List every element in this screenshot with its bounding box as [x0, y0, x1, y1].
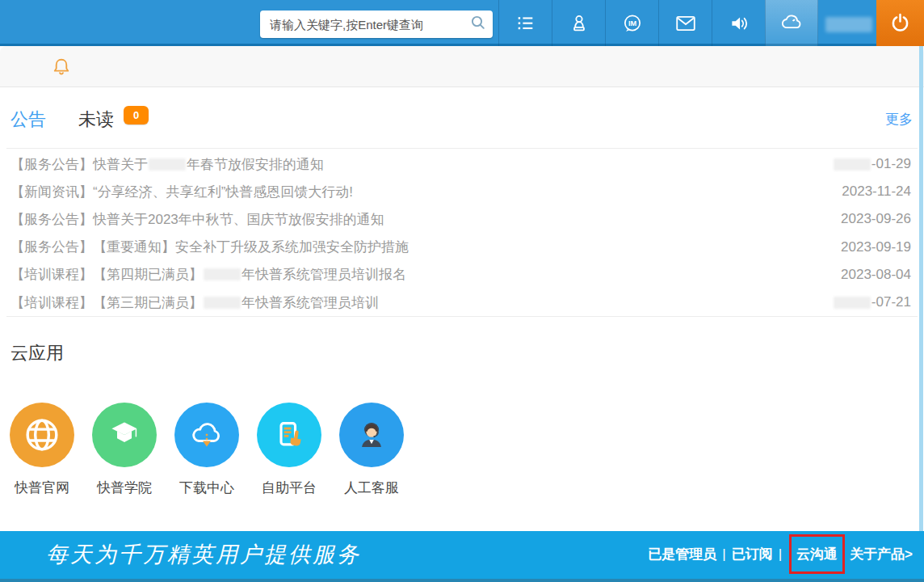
power-icon [889, 12, 911, 34]
announcement-list: 【服务公告】快普关于年春节放假安排的通知 -01-29 【新闻资讯】“分享经济、… [0, 149, 924, 316]
tab-announcements[interactable]: 公告 [10, 108, 46, 132]
announcement-date: -07-21 [833, 294, 911, 310]
redacted-text [204, 297, 241, 309]
tab-unread[interactable]: 未读 [78, 108, 114, 132]
app-tile-self-service[interactable]: 自助平台 [257, 403, 321, 497]
annotation-highlight-box: 云沟通 [789, 534, 845, 574]
notification-strip [0, 46, 924, 87]
announcement-date: 2023-09-26 [841, 211, 911, 227]
contact-icon [568, 12, 590, 35]
graduation-cap-icon [92, 403, 157, 467]
footer-separator: | [722, 546, 725, 563]
announcement-row[interactable]: 【服务公告】快普关于年春节放假安排的通知 -01-29 [0, 150, 924, 178]
footer-link-cloud-communication[interactable]: 云沟通 [796, 545, 838, 563]
menu-list-button[interactable] [498, 0, 552, 46]
toolbar-icon-group: IM [498, 0, 818, 46]
cloud-apps-row: 快普官网 快普学院 下载中心 [0, 403, 924, 497]
announcement-text: 【服务公告】【重要通知】安全补丁升级及系统加强安全防护措施 [10, 238, 409, 256]
cloud-apps-title: 云应用 [10, 341, 924, 365]
announcement-text: 【培训课程】【第四期已满员】 [10, 265, 203, 284]
footer-link-subscribed[interactable]: 已订阅 [732, 545, 773, 563]
announcement-date: 2023-08-04 [841, 267, 911, 283]
announcement-row[interactable]: 【培训课程】【第三期已满员】年快普系统管理员培训 -07-21 [0, 289, 924, 316]
app-label: 人工客服 [339, 479, 404, 497]
speaker-button[interactable] [712, 0, 765, 46]
main-panel: 公告 未读 0 更多 【服务公告】快普关于年春节放假安排的通知 -01-29 【… [0, 87, 924, 531]
bell-icon[interactable] [51, 57, 72, 81]
announcement-row[interactable]: 【新闻资讯】“分享经济、共享红利”快普感恩回馈大行动! 2023-11-24 [0, 178, 924, 205]
announcement-row[interactable]: 【服务公告】快普关于2023年中秋节、国庆节放假安排的通知 2023-09-26 [0, 205, 924, 233]
search-icon[interactable] [470, 15, 486, 34]
announcement-text: 年快普系统管理员培训 [242, 293, 379, 312]
mail-icon [674, 12, 697, 35]
announcement-text: 年春节放假安排的通知 [187, 155, 324, 174]
footer-slogan: 每天为千万精英用户提供服务 [46, 540, 361, 569]
announcement-text: 【新闻资讯】“分享经济、共享红利”快普感恩回馈大行动! [10, 183, 353, 201]
redacted-username [825, 17, 872, 32]
redacted-text [149, 158, 186, 171]
more-link[interactable]: 更多 [885, 110, 913, 129]
menu-list-icon [514, 12, 536, 34]
customer-service-icon [339, 403, 404, 467]
announcement-text: 年快普系统管理员培训报名 [242, 265, 406, 284]
speaker-icon [728, 12, 750, 35]
unread-count-badge: 0 [124, 106, 149, 124]
cloud-icon [779, 11, 804, 36]
svg-text:IM: IM [628, 19, 636, 27]
app-label: 下载中心 [174, 479, 239, 497]
cloud-download-icon [174, 403, 239, 467]
globe-icon [10, 403, 74, 467]
search-input[interactable] [268, 17, 470, 32]
footer-links: 已是管理员 | 已订阅 | 云沟通 关于产品> [648, 534, 913, 574]
footer-bar: 每天为千万精英用户提供服务 已是管理员 | 已订阅 | 云沟通 关于产品> [0, 531, 924, 582]
contact-button[interactable] [552, 0, 605, 46]
top-toolbar: IM [0, 0, 924, 46]
announcement-row[interactable]: 【培训课程】【第四期已满员】年快普系统管理员培训报名 2023-08-04 [0, 261, 924, 289]
announcement-date: 2023-09-19 [841, 239, 911, 255]
footer-separator: | [779, 546, 782, 563]
scrollbar[interactable] [919, 46, 923, 531]
footer-link-admin[interactable]: 已是管理员 [648, 545, 716, 563]
app-tile-official-site[interactable]: 快普官网 [10, 403, 74, 497]
mail-button[interactable] [658, 0, 712, 46]
redacted-text [204, 268, 241, 280]
announcement-text: 【培训课程】【第三期已满员】 [10, 293, 203, 312]
announcement-date: -01-29 [833, 156, 911, 172]
logout-power-button[interactable] [876, 0, 924, 46]
search-box[interactable] [260, 11, 493, 38]
im-icon: IM [621, 12, 644, 35]
announcements-header: 公告 未读 0 更多 [0, 87, 924, 148]
announcement-text: 【服务公告】快普关于2023年中秋节、国庆节放假安排的通知 [10, 210, 384, 229]
im-button[interactable]: IM [605, 0, 658, 46]
app-tile-customer-service[interactable]: 人工客服 [339, 403, 404, 497]
app-label: 快普官网 [10, 479, 74, 497]
app-label: 快普学院 [92, 479, 157, 497]
announcement-text: 【服务公告】快普关于 [10, 155, 148, 174]
footer-link-about-product[interactable]: 关于产品> [850, 545, 913, 563]
app-label: 自助平台 [257, 479, 321, 497]
divider [6, 316, 918, 317]
app-tile-academy[interactable]: 快普学院 [92, 403, 157, 497]
redacted-text [834, 297, 871, 309]
self-service-icon [257, 403, 321, 467]
cloud-button[interactable] [765, 0, 818, 46]
announcement-date: 2023-11-24 [842, 183, 911, 200]
announcement-row[interactable]: 【服务公告】【重要通知】安全补丁升级及系统加强安全防护措施 2023-09-19 [0, 234, 924, 261]
app-tile-download-center[interactable]: 下载中心 [174, 403, 239, 497]
redacted-text [834, 158, 871, 171]
